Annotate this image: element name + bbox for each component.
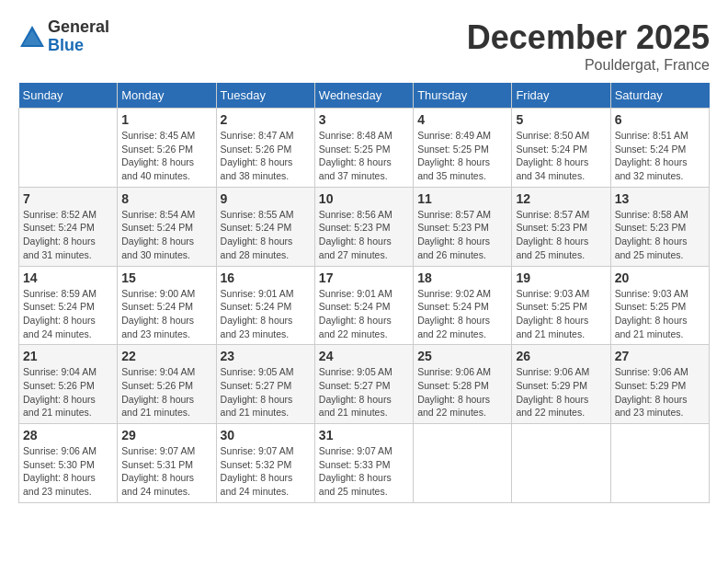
day-info: Sunrise: 8:59 AM Sunset: 5:24 PM Dayligh…: [23, 287, 113, 341]
sunset: Sunset: 5:24 PM: [221, 222, 292, 233]
calendar-cell: 9 Sunrise: 8:55 AM Sunset: 5:24 PM Dayli…: [216, 187, 314, 266]
sunset: Sunset: 5:27 PM: [221, 380, 292, 391]
daylight: Daylight: 8 hours and 21 minutes.: [615, 315, 688, 339]
calendar-header: SundayMondayTuesdayWednesdayThursdayFrid…: [19, 83, 710, 109]
day-number: 3: [319, 112, 409, 127]
sunrise: Sunrise: 9:03 AM: [516, 288, 589, 299]
calendar-body: 1 Sunrise: 8:45 AM Sunset: 5:26 PM Dayli…: [19, 109, 710, 503]
daylight: Daylight: 8 hours and 24 minutes.: [221, 472, 293, 497]
day-info: Sunrise: 9:06 AM Sunset: 5:29 PM Dayligh…: [516, 365, 606, 419]
sunrise: Sunrise: 9:07 AM: [121, 445, 195, 456]
daylight: Daylight: 8 hours and 31 minutes.: [23, 236, 96, 260]
day-info: Sunrise: 8:57 AM Sunset: 5:23 PM Dayligh…: [417, 208, 507, 262]
daylight: Daylight: 8 hours and 22 minutes.: [417, 315, 490, 339]
sunrise: Sunrise: 8:56 AM: [319, 209, 392, 220]
calendar-cell: [610, 424, 709, 503]
sunset: Sunset: 5:26 PM: [23, 380, 95, 391]
sunset: Sunset: 5:24 PM: [121, 301, 193, 312]
day-info: Sunrise: 9:03 AM Sunset: 5:25 PM Dayligh…: [615, 287, 705, 341]
daylight: Daylight: 8 hours and 38 minutes.: [221, 156, 293, 181]
daylight: Daylight: 8 hours and 25 minutes.: [319, 472, 392, 497]
day-info: Sunrise: 8:51 AM Sunset: 5:24 PM Dayligh…: [615, 129, 705, 183]
weekday-header: Wednesday: [314, 83, 413, 109]
logo: General Blue: [18, 18, 109, 55]
sunrise: Sunrise: 8:50 AM: [516, 130, 589, 141]
day-number: 5: [516, 112, 606, 127]
sunrise: Sunrise: 9:05 AM: [221, 366, 294, 377]
calendar-cell: [19, 109, 118, 188]
day-number: 18: [417, 270, 507, 285]
day-info: Sunrise: 8:57 AM Sunset: 5:23 PM Dayligh…: [516, 208, 606, 262]
day-info: Sunrise: 8:47 AM Sunset: 5:26 PM Dayligh…: [221, 129, 311, 183]
day-number: 22: [121, 349, 211, 363]
title-block: December 2025 Pouldergat, France: [467, 18, 710, 74]
calendar-cell: 22 Sunrise: 9:04 AM Sunset: 5:26 PM Dayl…: [118, 345, 216, 424]
day-info: Sunrise: 8:45 AM Sunset: 5:26 PM Dayligh…: [121, 129, 211, 183]
sunset: Sunset: 5:27 PM: [319, 380, 391, 391]
sunrise: Sunrise: 8:55 AM: [221, 209, 294, 220]
day-info: Sunrise: 9:00 AM Sunset: 5:24 PM Dayligh…: [121, 287, 211, 341]
daylight: Daylight: 8 hours and 23 minutes.: [221, 315, 293, 339]
calendar-cell: 17 Sunrise: 9:01 AM Sunset: 5:24 PM Dayl…: [314, 266, 413, 345]
calendar-cell: 23 Sunrise: 9:05 AM Sunset: 5:27 PM Dayl…: [216, 345, 314, 424]
daylight: Daylight: 8 hours and 23 minutes.: [615, 394, 688, 419]
sunrise: Sunrise: 8:58 AM: [615, 209, 688, 220]
calendar-cell: 31 Sunrise: 9:07 AM Sunset: 5:33 PM Dayl…: [314, 424, 413, 503]
daylight: Daylight: 8 hours and 21 minutes.: [319, 394, 392, 419]
daylight: Daylight: 8 hours and 25 minutes.: [516, 236, 588, 260]
sunset: Sunset: 5:23 PM: [516, 222, 587, 233]
sunrise: Sunrise: 9:00 AM: [121, 288, 195, 299]
day-number: 23: [221, 349, 311, 363]
day-number: 12: [516, 191, 606, 206]
day-info: Sunrise: 9:01 AM Sunset: 5:24 PM Dayligh…: [221, 287, 311, 341]
day-number: 28: [23, 428, 113, 442]
calendar-week-row: 28 Sunrise: 9:06 AM Sunset: 5:30 PM Dayl…: [19, 424, 710, 503]
day-number: 19: [516, 270, 606, 285]
sunset: Sunset: 5:24 PM: [417, 301, 489, 312]
day-info: Sunrise: 9:06 AM Sunset: 5:28 PM Dayligh…: [417, 365, 507, 419]
calendar-cell: 26 Sunrise: 9:06 AM Sunset: 5:29 PM Dayl…: [512, 345, 610, 424]
sunrise: Sunrise: 9:04 AM: [23, 366, 97, 377]
calendar-cell: 8 Sunrise: 8:54 AM Sunset: 5:24 PM Dayli…: [118, 187, 216, 266]
sunrise: Sunrise: 8:52 AM: [23, 209, 97, 220]
day-number: 14: [23, 270, 113, 285]
sunrise: Sunrise: 8:48 AM: [319, 130, 392, 141]
day-info: Sunrise: 9:07 AM Sunset: 5:33 PM Dayligh…: [319, 444, 409, 499]
day-info: Sunrise: 8:55 AM Sunset: 5:24 PM Dayligh…: [221, 208, 311, 262]
sunset: Sunset: 5:25 PM: [319, 144, 391, 155]
sunrise: Sunrise: 8:45 AM: [121, 130, 195, 141]
sunset: Sunset: 5:25 PM: [516, 301, 587, 312]
weekday-header: Monday: [118, 83, 216, 109]
calendar-cell: 21 Sunrise: 9:04 AM Sunset: 5:26 PM Dayl…: [19, 345, 118, 424]
daylight: Daylight: 8 hours and 26 minutes.: [417, 236, 490, 260]
daylight: Daylight: 8 hours and 40 minutes.: [121, 156, 194, 181]
daylight: Daylight: 8 hours and 28 minutes.: [221, 236, 293, 260]
logo-icon: [18, 23, 46, 51]
day-number: 4: [417, 112, 507, 127]
daylight: Daylight: 8 hours and 24 minutes.: [23, 315, 96, 339]
day-info: Sunrise: 9:05 AM Sunset: 5:27 PM Dayligh…: [221, 365, 311, 419]
sunrise: Sunrise: 9:04 AM: [121, 366, 195, 377]
calendar-week-row: 14 Sunrise: 8:59 AM Sunset: 5:24 PM Dayl…: [19, 266, 710, 345]
page-header: General Blue December 2025 Pouldergat, F…: [18, 18, 710, 74]
sunrise: Sunrise: 9:06 AM: [615, 366, 688, 377]
logo-text: General Blue: [48, 18, 109, 55]
day-number: 1: [121, 112, 211, 127]
daylight: Daylight: 8 hours and 27 minutes.: [319, 236, 392, 260]
sunrise: Sunrise: 8:54 AM: [121, 209, 195, 220]
day-info: Sunrise: 8:52 AM Sunset: 5:24 PM Dayligh…: [23, 208, 113, 262]
weekday-header: Tuesday: [216, 83, 314, 109]
sunrise: Sunrise: 9:06 AM: [23, 445, 97, 456]
sunrise: Sunrise: 8:49 AM: [417, 130, 491, 141]
day-info: Sunrise: 9:07 AM Sunset: 5:32 PM Dayligh…: [221, 444, 311, 499]
day-info: Sunrise: 9:02 AM Sunset: 5:24 PM Dayligh…: [417, 287, 507, 341]
day-number: 17: [319, 270, 409, 285]
sunset: Sunset: 5:29 PM: [516, 380, 587, 391]
sunrise: Sunrise: 8:57 AM: [516, 209, 589, 220]
logo-general: General: [48, 18, 109, 37]
sunrise: Sunrise: 9:03 AM: [615, 288, 688, 299]
day-number: 11: [417, 191, 507, 206]
calendar-cell: 15 Sunrise: 9:00 AM Sunset: 5:24 PM Dayl…: [118, 266, 216, 345]
sunrise: Sunrise: 9:07 AM: [319, 445, 392, 456]
day-info: Sunrise: 8:49 AM Sunset: 5:25 PM Dayligh…: [417, 129, 507, 183]
